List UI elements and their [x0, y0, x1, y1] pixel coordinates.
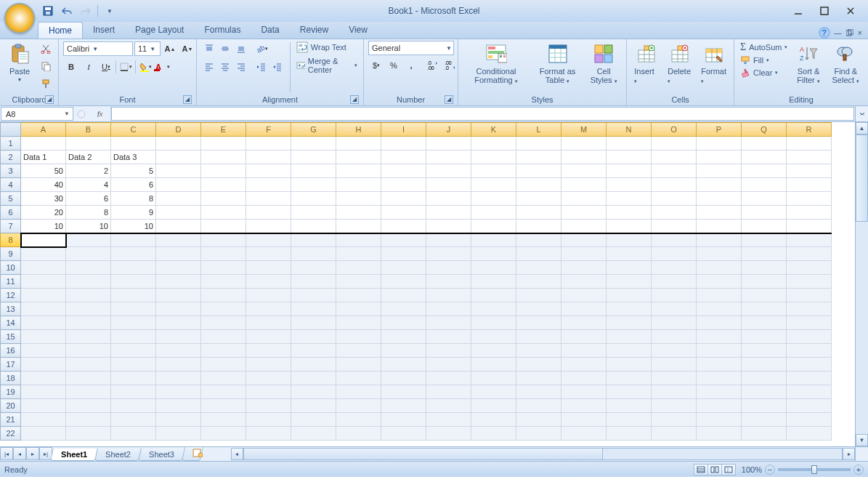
cell-R10[interactable]: [787, 261, 832, 275]
cell-C22[interactable]: [111, 427, 156, 441]
row-header-7[interactable]: 7: [1, 220, 21, 233]
cell-N22[interactable]: [607, 427, 652, 441]
cell-F3[interactable]: [246, 164, 291, 178]
cell-D17[interactable]: [156, 358, 201, 371]
cell-D14[interactable]: [156, 316, 201, 330]
cell-L3[interactable]: [516, 164, 561, 178]
increase-decimal-button[interactable]: .0.00: [425, 57, 441, 73]
cell-N18[interactable]: [607, 371, 652, 385]
cell-H20[interactable]: [336, 399, 381, 413]
orientation-button[interactable]: ab▾: [253, 41, 269, 57]
cell-D18[interactable]: [156, 371, 201, 385]
cell-P10[interactable]: [697, 261, 742, 275]
horizontal-scrollbar[interactable]: ◂ ▸: [231, 447, 855, 461]
cell-H3[interactable]: [336, 164, 381, 178]
zoom-label[interactable]: 100%: [742, 465, 762, 474]
font-name-dropdown[interactable]: Calibri▼: [63, 41, 133, 56]
cell-Q4[interactable]: [742, 178, 787, 192]
align-bottom-button[interactable]: [233, 41, 249, 57]
cell-A15[interactable]: [21, 330, 66, 344]
cell-A19[interactable]: [21, 385, 66, 399]
cell-E4[interactable]: [201, 178, 246, 192]
autosum-button[interactable]: ΣAutoSum▾: [739, 41, 789, 54]
cell-C1[interactable]: [111, 137, 156, 150]
cell-K22[interactable]: [471, 427, 516, 441]
cell-A6[interactable]: 20: [21, 206, 66, 220]
wrap-text-button[interactable]: abcWrap Text: [295, 41, 359, 54]
page-break-view-button[interactable]: [721, 464, 736, 475]
cell-O11[interactable]: [652, 275, 697, 289]
cell-O2[interactable]: [652, 150, 697, 164]
cell-L12[interactable]: [516, 289, 561, 302]
cell-E3[interactable]: [201, 164, 246, 178]
cell-G6[interactable]: [291, 206, 336, 220]
cell-A10[interactable]: [21, 261, 66, 275]
cell-C19[interactable]: [111, 385, 156, 399]
cell-F7[interactable]: [246, 220, 291, 233]
cell-D13[interactable]: [156, 302, 201, 316]
cell-D10[interactable]: [156, 261, 201, 275]
cell-A3[interactable]: 50: [21, 164, 66, 178]
cell-H6[interactable]: [336, 206, 381, 220]
cell-A11[interactable]: [21, 275, 66, 289]
cell-A8[interactable]: [21, 233, 66, 247]
fill-button[interactable]: Fill▾: [739, 55, 789, 66]
cell-E17[interactable]: [201, 358, 246, 371]
cell-R19[interactable]: [787, 385, 832, 399]
cell-O9[interactable]: [652, 247, 697, 261]
redo-icon[interactable]: [78, 4, 93, 18]
border-button[interactable]: ▾: [118, 59, 134, 75]
cell-A5[interactable]: 30: [21, 192, 66, 206]
col-header-J[interactable]: J: [426, 123, 471, 137]
cell-N1[interactable]: [607, 137, 652, 150]
cell-Q13[interactable]: [742, 302, 787, 316]
cell-M16[interactable]: [561, 344, 607, 358]
cell-Q17[interactable]: [742, 358, 787, 371]
cell-A1[interactable]: [21, 137, 66, 150]
cell-J3[interactable]: [426, 164, 471, 178]
cell-P22[interactable]: [697, 427, 742, 441]
cell-O4[interactable]: [652, 178, 697, 192]
sheet-tab-sheet3[interactable]: Sheet3: [138, 449, 184, 461]
hscroll-thumb[interactable]: [244, 449, 603, 459]
cell-R1[interactable]: [787, 137, 832, 150]
cell-D20[interactable]: [156, 399, 201, 413]
cell-E22[interactable]: [201, 427, 246, 441]
font-color-button[interactable]: A▾: [155, 59, 171, 75]
sheet-nav-next[interactable]: ▸: [26, 447, 39, 460]
cell-L13[interactable]: [516, 302, 561, 316]
cell-E19[interactable]: [201, 385, 246, 399]
cell-L20[interactable]: [516, 399, 561, 413]
col-header-A[interactable]: A: [21, 123, 66, 137]
cell-Q6[interactable]: [742, 206, 787, 220]
cell-O17[interactable]: [652, 358, 697, 371]
cell-N14[interactable]: [607, 316, 652, 330]
cell-F17[interactable]: [246, 358, 291, 371]
cell-K16[interactable]: [471, 344, 516, 358]
cell-C2[interactable]: Data 3: [111, 150, 156, 164]
cell-M2[interactable]: [561, 150, 607, 164]
cell-I15[interactable]: [381, 330, 426, 344]
cell-O1[interactable]: [652, 137, 697, 150]
cell-C12[interactable]: [111, 289, 156, 302]
cell-G2[interactable]: [291, 150, 336, 164]
cell-L4[interactable]: [516, 178, 561, 192]
cell-F16[interactable]: [246, 344, 291, 358]
cell-E7[interactable]: [201, 220, 246, 233]
cell-H15[interactable]: [336, 330, 381, 344]
cut-button[interactable]: [38, 41, 54, 57]
cell-P3[interactable]: [697, 164, 742, 178]
cell-F4[interactable]: [246, 178, 291, 192]
cell-E13[interactable]: [201, 302, 246, 316]
cell-N8[interactable]: [607, 233, 652, 247]
cell-J15[interactable]: [426, 330, 471, 344]
cell-G3[interactable]: [291, 164, 336, 178]
cell-O8[interactable]: [652, 233, 697, 247]
cell-D6[interactable]: [156, 206, 201, 220]
cell-F1[interactable]: [246, 137, 291, 150]
col-header-O[interactable]: O: [652, 123, 697, 137]
cell-C4[interactable]: 6: [111, 178, 156, 192]
cell-Q12[interactable]: [742, 289, 787, 302]
cell-M3[interactable]: [561, 164, 607, 178]
row-header-10[interactable]: 10: [1, 261, 21, 275]
